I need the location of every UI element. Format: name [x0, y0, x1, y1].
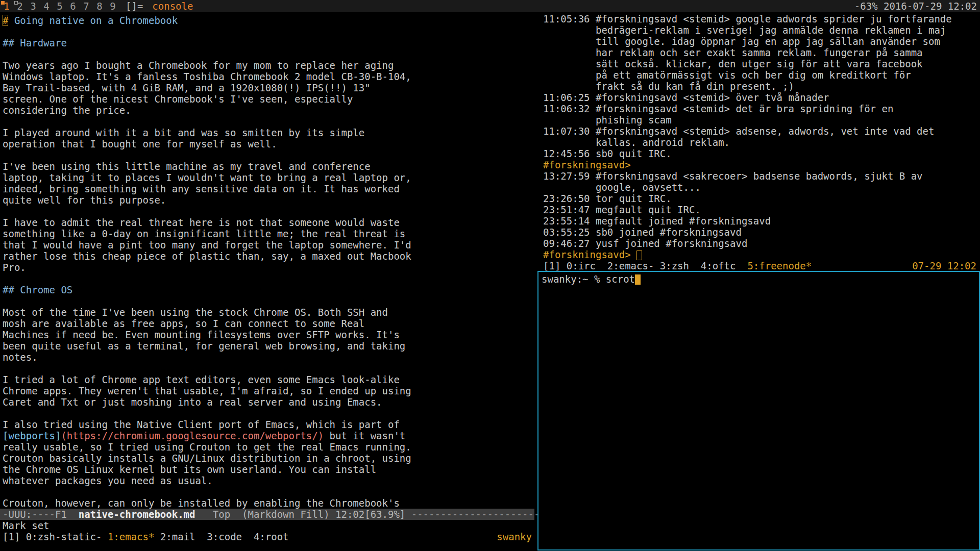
text-segment: till google. idag öppnar jag en app jag …: [543, 36, 940, 47]
shell-terminal-window-focused[interactable]: swanky:~ % scrot: [537, 271, 980, 550]
text-line: I have to admit the real threat here is …: [3, 217, 534, 228]
text-line: the Chrome OS Linux kernel but its own u…: [3, 464, 534, 475]
text-line: Bay Trail-based, with 4 GiB RAM, and a 1…: [3, 82, 534, 93]
text-line: google, oavsett...: [543, 182, 980, 193]
cursor: [635, 274, 641, 285]
tag-2[interactable]: 2: [13, 0, 27, 12]
text-segment: 11:06:32 #forskningsavd <stemid> det är …: [543, 103, 893, 114]
text-segment: native-chromebook.md: [79, 509, 195, 520]
text-segment: rather lose this cheap piece of plastic …: [3, 251, 411, 262]
text-line: Windows laptop. It's a fanless Toshiba C…: [3, 71, 534, 82]
text-line: laptop, taking it to places I wouldn't w…: [3, 172, 534, 183]
text-segment: I played around with it a bit and was so…: [3, 127, 364, 138]
text-segment: I have to admit the real threat here is …: [3, 217, 400, 228]
text-line: [3, 116, 534, 127]
text-line: Chrome apps. They weren't that usable, I…: [3, 385, 534, 396]
text-segment: but it wasn't: [324, 430, 405, 441]
text-segment: 12:45:56 sb0 quit IRC.: [543, 148, 672, 159]
text-segment: mosh are available as free apps, so I ca…: [3, 318, 364, 329]
emacs-terminal-window[interactable]: # Going native on a Chromebook## Hardwar…: [0, 12, 534, 543]
irc-terminal-window[interactable]: 11:05:36 #forskningsavd <stemid> google …: [540, 12, 980, 271]
text-line: [3, 26, 534, 37]
text-segment: phishing scam: [543, 114, 672, 126]
layout-symbol[interactable]: []=: [126, 1, 143, 12]
text-line: swanky:~ % scrot: [542, 273, 979, 285]
text-line: 11:05:36 #forskningsavd <stemid> google …: [543, 13, 980, 24]
text-segment: whatever packages you need as usual.: [3, 475, 213, 486]
text-segment: ## Hardware: [3, 37, 67, 48]
cursor: [636, 251, 642, 260]
tag-7[interactable]: 7: [80, 0, 93, 12]
tmux-window-list[interactable]: [1] 0:irc 2:emacs- 3:zsh 4:oftc 5:freeno…: [543, 260, 812, 271]
text-segment: #forskningsavd>: [543, 249, 636, 260]
tag-3[interactable]: 3: [27, 0, 40, 12]
text-line: Machines if need be. Even mounting files…: [3, 329, 534, 340]
text-line: #forskningsavd>: [543, 249, 980, 260]
text-segment: considering the price.: [3, 105, 131, 116]
text-line: I tried a lot of Chrome app text editors…: [3, 374, 534, 385]
text-segment: Top (Markdown Fill) 12:02[63.9%] -------…: [195, 509, 552, 520]
text-line: har reklam och ser exakt samma reklam. f…: [543, 47, 980, 58]
text-line: screen. One of the nicest Chromebook's I…: [3, 93, 534, 105]
tag-1[interactable]: 1: [0, 0, 13, 12]
text-line: 11:06:32 #forskningsavd <stemid> det är …: [543, 103, 980, 114]
tag-5[interactable]: 5: [53, 0, 66, 12]
text-segment: 2:mail 3:code 4:root: [154, 531, 288, 542]
text-segment: swanky:~ % scrot: [542, 273, 635, 285]
emacs-buffer[interactable]: # Going native on a Chromebook## Hardwar…: [0, 12, 534, 509]
text-line: [3, 48, 534, 60]
text-line: [3, 149, 534, 161]
text-segment: 03:55:25 sb0 joined #forskningsavd: [543, 227, 742, 238]
text-segment: 1:emacs*: [108, 531, 155, 542]
statusbar-battery-clock: -63% 2016-07-29 12:02: [854, 0, 977, 12]
tmux-status-right: 07-29 12:02: [912, 260, 976, 271]
tmux-status-bar-irc[interactable]: [1] 0:irc 2:emacs- 3:zsh 4:oftc 5:freeno…: [540, 260, 980, 271]
tag-4[interactable]: 4: [40, 0, 53, 12]
text-line: ## Chrome OS: [3, 284, 534, 295]
text-segment: Two years ago I bought a Chromebook for …: [3, 60, 394, 71]
text-segment: Going native on a Chromebook: [8, 15, 178, 26]
text-segment: I've been using this little machine as m…: [3, 161, 371, 172]
text-segment: 11:06:25 #forskningsavd <stemid> över tv…: [543, 92, 829, 103]
text-line: been quite useful as a terminal, for gen…: [3, 340, 534, 352]
text-line: #forskningsavd>: [543, 159, 980, 170]
text-line: sätt också. klickar, den utger sig för a…: [543, 58, 980, 69]
text-segment: Bay Trail-based, with 4 GiB RAM, and a 1…: [3, 82, 371, 93]
text-line: [3, 295, 534, 307]
text-line: # Going native on a Chromebook: [3, 15, 534, 26]
text-segment: bedrägeri-reklam i sverige! jag anmälde …: [543, 24, 946, 36]
text-line: 23:26:50 tor quit IRC.: [543, 193, 980, 204]
tmux-status-right: swanky: [497, 531, 532, 542]
tmux-window-list[interactable]: [1] 0:zsh-static- 1:emacs* 2:mail 3:code…: [3, 531, 289, 542]
text-segment: something like a 0-day on insignificant …: [3, 228, 405, 239]
irc-log[interactable]: 11:05:36 #forskningsavd <stemid> google …: [540, 12, 980, 260]
text-segment: Pro.: [3, 262, 26, 273]
text-line: [3, 363, 534, 374]
text-line: Caret and Txt or just moshing into a rea…: [3, 396, 534, 408]
tag-indicator-icon: [14, 1, 18, 5]
text-segment: kallas. android reklam.: [543, 137, 730, 148]
text-line: Crouton basically installs a GNU/Linux d…: [3, 453, 534, 464]
text-line: Pro.: [3, 262, 534, 273]
text-segment: quite well for this purpose.: [3, 194, 166, 206]
text-segment: laptop, taking it to places I wouldn't w…: [3, 172, 411, 183]
text-segment: 09:46:27 yusf joined #forskningsavd: [543, 238, 747, 249]
text-segment: (https://chromium.googlesource.com/webpo…: [61, 430, 324, 441]
text-line: [3, 206, 534, 217]
text-line: till google. idag öppnar jag en app jag …: [543, 36, 980, 47]
text-segment: I also tried using the Native Client por…: [3, 419, 400, 430]
tag-8[interactable]: 8: [93, 0, 106, 12]
tag-6[interactable]: 6: [66, 0, 80, 12]
text-segment: 5:freenode*: [747, 260, 812, 271]
text-line: 09:46:27 yusf joined #forskningsavd: [543, 238, 980, 249]
shell-prompt-line[interactable]: swanky:~ % scrot: [538, 272, 979, 285]
text-line: 11:07:30 #forskningsavd <stemid> adsense…: [543, 126, 980, 137]
text-line: [3, 273, 534, 284]
text-segment: 23:26:50 tor quit IRC.: [543, 193, 672, 204]
text-segment: har reklam och ser exakt samma reklam. f…: [543, 47, 923, 58]
text-segment: Machines if need be. Even mounting files…: [3, 329, 400, 340]
tmux-status-bar-left[interactable]: [1] 0:zsh-static- 1:emacs* 2:mail 3:code…: [0, 531, 534, 542]
tag-9[interactable]: 9: [106, 0, 119, 12]
text-segment: 23:51:47 megfault quit IRC.: [543, 204, 701, 215]
text-line: [webports](https://chromium.googlesource…: [3, 430, 534, 441]
